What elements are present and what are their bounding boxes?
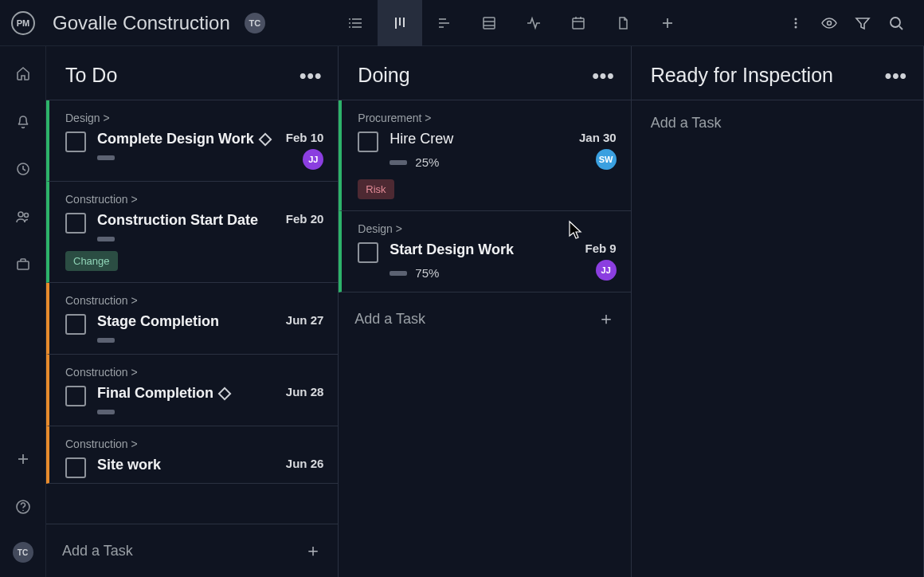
activity-view-icon[interactable] bbox=[511, 0, 556, 46]
milestone-icon bbox=[218, 387, 232, 400]
card-breadcrumb: Design > bbox=[358, 222, 616, 235]
task-card[interactable]: Design > Complete Design Work Feb 10 bbox=[46, 100, 338, 182]
column-menu-icon[interactable]: ••• bbox=[300, 65, 322, 87]
project-user-chip[interactable]: TC bbox=[245, 13, 265, 33]
progress-bar-icon bbox=[390, 160, 407, 165]
search-icon[interactable] bbox=[879, 6, 913, 40]
add-task-button[interactable]: Add a Task ＋ bbox=[339, 292, 630, 345]
column-ready: Ready for Inspection ••• Add a Task bbox=[632, 46, 924, 577]
plus-icon: ＋ bbox=[304, 539, 322, 563]
card-title: Construction Start Date bbox=[97, 212, 258, 229]
list-view-icon[interactable] bbox=[333, 0, 378, 46]
column-doing: Doing ••• Procurement > Hire Crew 25% bbox=[339, 46, 631, 577]
card-breadcrumb: Construction > bbox=[65, 294, 323, 307]
bell-icon[interactable] bbox=[10, 108, 36, 134]
files-view-icon[interactable] bbox=[601, 0, 645, 46]
task-checkbox[interactable] bbox=[65, 314, 86, 335]
svg-rect-12 bbox=[484, 18, 495, 29]
card-date: Jun 26 bbox=[286, 457, 324, 470]
svg-point-4 bbox=[349, 22, 350, 24]
task-card[interactable]: Construction > Stage Completion Jun 27 bbox=[46, 283, 338, 355]
add-task-button[interactable]: Add a Task ＋ bbox=[46, 524, 338, 577]
eye-icon[interactable] bbox=[812, 6, 846, 40]
filter-icon[interactable] bbox=[846, 6, 879, 40]
more-icon[interactable] bbox=[779, 6, 812, 40]
task-card[interactable]: Construction > Final Completion Jun 28 bbox=[46, 355, 338, 426]
card-date: Jan 30 bbox=[579, 131, 617, 144]
card-title: Hire Crew bbox=[390, 131, 453, 147]
app-logo[interactable]: PM bbox=[11, 11, 35, 35]
card-date: Feb 10 bbox=[286, 131, 324, 144]
task-card[interactable]: Procurement > Hire Crew 25% Jan 30 bbox=[339, 100, 630, 211]
milestone-icon bbox=[258, 132, 272, 146]
svg-point-5 bbox=[349, 26, 350, 28]
task-checkbox[interactable] bbox=[65, 213, 86, 234]
column-menu-icon[interactable]: ••• bbox=[592, 65, 614, 87]
progress-bar-icon bbox=[97, 338, 115, 343]
card-breadcrumb: Procurement > bbox=[358, 112, 616, 124]
column-menu-icon[interactable]: ••• bbox=[885, 65, 907, 87]
add-icon[interactable] bbox=[10, 446, 36, 472]
sidebar-user-avatar[interactable]: TC bbox=[13, 542, 33, 563]
task-checkbox[interactable] bbox=[358, 242, 378, 263]
column-title: Ready for Inspection bbox=[651, 64, 833, 87]
team-icon[interactable] bbox=[10, 204, 36, 230]
task-card[interactable]: Construction > Construction Start Date F… bbox=[46, 182, 338, 283]
topbar: PM Govalle Construction TC bbox=[0, 0, 924, 46]
progress-bar-icon bbox=[97, 410, 115, 414]
svg-point-30 bbox=[24, 214, 28, 218]
board-view-icon[interactable] bbox=[378, 0, 422, 46]
project-title: Govalle Construction bbox=[53, 12, 230, 34]
sheet-view-icon[interactable] bbox=[467, 0, 511, 46]
task-checkbox[interactable] bbox=[65, 131, 86, 152]
svg-marker-25 bbox=[856, 18, 869, 29]
task-checkbox[interactable] bbox=[65, 457, 86, 478]
card-title: Stage Completion bbox=[97, 313, 219, 330]
gantt-view-icon[interactable] bbox=[422, 0, 467, 46]
svg-line-27 bbox=[899, 26, 902, 29]
view-switcher bbox=[333, 0, 690, 46]
task-card[interactable]: Design > Start Design Work 75% Feb 9 bbox=[339, 211, 630, 292]
card-title: Final Completion bbox=[97, 385, 229, 402]
assignee-avatar[interactable]: JJ bbox=[596, 260, 617, 281]
svg-rect-15 bbox=[573, 18, 584, 29]
task-checkbox[interactable] bbox=[358, 131, 378, 152]
clock-icon[interactable] bbox=[10, 156, 36, 182]
progress-text: 25% bbox=[415, 155, 439, 169]
card-title: Site work bbox=[97, 457, 161, 473]
home-icon[interactable] bbox=[10, 61, 36, 86]
svg-point-35 bbox=[22, 510, 24, 512]
sidebar: TC bbox=[0, 46, 46, 577]
board: To Do ••• Design > Complete Design Work bbox=[46, 46, 924, 577]
help-icon[interactable] bbox=[10, 494, 36, 520]
briefcase-icon[interactable] bbox=[10, 252, 36, 277]
svg-point-29 bbox=[18, 212, 23, 217]
card-breadcrumb: Design > bbox=[65, 112, 323, 124]
svg-point-22 bbox=[795, 22, 797, 24]
progress-bar-icon bbox=[97, 155, 115, 160]
calendar-view-icon[interactable] bbox=[556, 0, 601, 46]
card-date: Jun 27 bbox=[286, 313, 324, 327]
card-breadcrumb: Construction > bbox=[65, 438, 323, 450]
assignee-avatar[interactable]: JJ bbox=[303, 149, 323, 170]
svg-rect-31 bbox=[18, 261, 29, 269]
svg-point-21 bbox=[795, 18, 797, 20]
svg-point-26 bbox=[891, 18, 900, 27]
card-breadcrumb: Construction > bbox=[65, 193, 323, 206]
task-card[interactable]: Construction > Site work Jun 26 bbox=[46, 426, 338, 484]
card-title: Complete Design Work bbox=[97, 131, 270, 147]
svg-point-23 bbox=[795, 26, 797, 28]
add-task-button[interactable]: Add a Task bbox=[632, 100, 923, 138]
tag-risk: Risk bbox=[358, 179, 393, 199]
progress-bar-icon bbox=[97, 237, 115, 241]
svg-point-24 bbox=[828, 21, 832, 25]
progress-text: 75% bbox=[415, 266, 439, 280]
card-date: Feb 20 bbox=[286, 212, 324, 226]
card-title: Start Design Work bbox=[390, 241, 514, 258]
add-view-icon[interactable] bbox=[645, 0, 690, 46]
column-title: To Do bbox=[65, 64, 117, 87]
plus-icon: ＋ bbox=[597, 307, 615, 331]
task-checkbox[interactable] bbox=[65, 386, 86, 406]
svg-point-3 bbox=[349, 18, 350, 20]
assignee-avatar[interactable]: SW bbox=[596, 149, 617, 170]
